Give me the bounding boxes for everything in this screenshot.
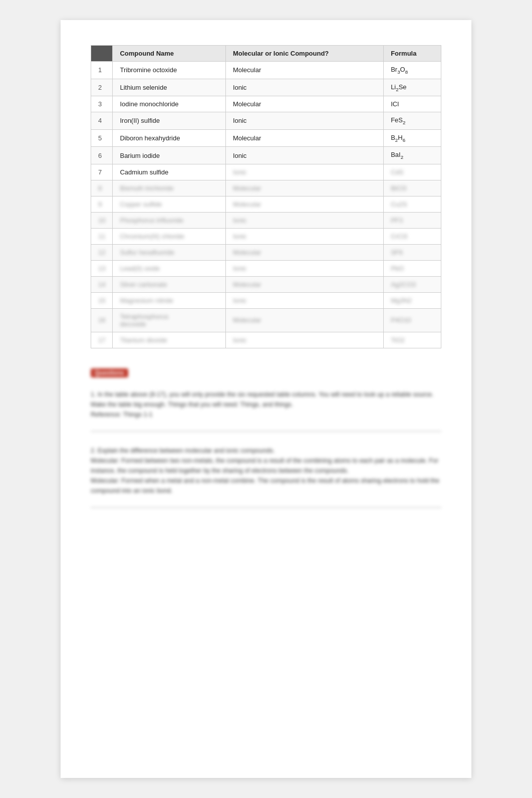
- compound-name: Copper sulfide: [113, 196, 225, 212]
- compound-formula: SF6: [384, 244, 441, 260]
- compound-name: Iron(II) sulfide: [113, 112, 225, 130]
- compound-type: Ionic: [225, 212, 383, 228]
- table-row: 15 Magnesium nitride Ionic Mg3N2: [91, 292, 441, 308]
- question-2-text: 2. Explain the difference between molecu…: [91, 446, 441, 496]
- compound-name: Silver carbonate: [113, 276, 225, 292]
- compound-formula: FeS2: [384, 112, 441, 130]
- table-row: 2 Lithium selenide Ionic Li2Se: [91, 79, 441, 96]
- row-number: 4: [91, 112, 113, 130]
- questions-section: Questions 1. In the table above (8-17), …: [91, 368, 441, 508]
- compound-formula: CdS: [384, 164, 441, 180]
- table-row: 6 Barium iodide Ionic BaI2: [91, 147, 441, 164]
- header-formula: Formula: [384, 46, 441, 62]
- compound-type: Ionic: [225, 164, 383, 180]
- compound-name: Diboron hexahydride: [113, 129, 225, 147]
- header-compound-name: Compound Name: [113, 46, 225, 62]
- table-row: 14 Silver carbonate Molecular Ag2CO3: [91, 276, 441, 292]
- compound-formula: CrCl3: [384, 228, 441, 244]
- compound-type: Molecular: [225, 62, 383, 79]
- compound-formula: BaI2: [384, 147, 441, 164]
- row-number: 9: [91, 196, 113, 212]
- row-number: 8: [91, 180, 113, 196]
- table-row: 11 Chromium(III) chloride Ionic CrCl3: [91, 228, 441, 244]
- compound-name: Cadmium sulfide: [113, 164, 225, 180]
- compound-type: Ionic: [225, 112, 383, 130]
- compound-type: Molecular: [225, 196, 383, 212]
- compound-formula: TiO2: [384, 332, 441, 348]
- question-1: 1. In the table above (8-17), you will o…: [91, 389, 441, 432]
- table-row: 13 Lead(II) oxide Ionic PbO: [91, 260, 441, 276]
- table-row: 17 Titanium dioxide Ionic TiO2: [91, 332, 441, 348]
- compound-formula: P4O10: [384, 308, 441, 332]
- table-row: 5 Diboron hexahydride Molecular B2H6: [91, 129, 441, 147]
- compound-name: Phosphorus trifluoride: [113, 212, 225, 228]
- row-number: 13: [91, 260, 113, 276]
- compound-type: Molecular: [225, 308, 383, 332]
- compound-type: Molecular: [225, 180, 383, 196]
- compound-formula: PF3: [384, 212, 441, 228]
- row-number: 10: [91, 212, 113, 228]
- compound-name: Iodine monochloride: [113, 96, 225, 112]
- row-number: 12: [91, 244, 113, 260]
- compound-name: Lead(II) oxide: [113, 260, 225, 276]
- answer-line-2: [91, 499, 441, 508]
- row-number: 3: [91, 96, 113, 112]
- compound-type: Molecular: [225, 244, 383, 260]
- compound-name: Chromium(III) chloride: [113, 228, 225, 244]
- table-row: 8 Bismuth trichloride Molecular BiCl3: [91, 180, 441, 196]
- compound-type: Ionic: [225, 147, 383, 164]
- row-number: 5: [91, 129, 113, 147]
- row-number: 1: [91, 62, 113, 79]
- compound-formula: Cu2S: [384, 196, 441, 212]
- compound-formula: PbO: [384, 260, 441, 276]
- compound-type: Ionic: [225, 79, 383, 96]
- compound-formula: Br3O8: [384, 62, 441, 79]
- row-number: 2: [91, 79, 113, 96]
- table-row: 16 Tetraphosphorusdecoxide Molecular P4O…: [91, 308, 441, 332]
- row-number: 14: [91, 276, 113, 292]
- compound-name: Tribromine octoxide: [113, 62, 225, 79]
- table-row: 4 Iron(II) sulfide Ionic FeS2: [91, 112, 441, 130]
- compound-formula: Mg3N2: [384, 292, 441, 308]
- compound-name: Tetraphosphorusdecoxide: [113, 308, 225, 332]
- compound-formula: B2H6: [384, 129, 441, 147]
- compound-formula: Li2Se: [384, 79, 441, 96]
- compound-name: Bismuth trichloride: [113, 180, 225, 196]
- row-number: 7: [91, 164, 113, 180]
- compound-type: Ionic: [225, 332, 383, 348]
- table-row: 12 Sulfur hexafluoride Molecular SF6: [91, 244, 441, 260]
- question-2: 2. Explain the difference between molecu…: [91, 446, 441, 508]
- header-compound-type: Molecular or Ionic Compound?: [225, 46, 383, 62]
- page: Compound Name Molecular or Ionic Compoun…: [61, 20, 471, 778]
- compound-type: Ionic: [225, 260, 383, 276]
- compound-name: Barium iodide: [113, 147, 225, 164]
- table-row: 9 Copper sulfide Molecular Cu2S: [91, 196, 441, 212]
- question-1-text: 1. In the table above (8-17), you will o…: [91, 389, 441, 420]
- compound-name: Lithium selenide: [113, 79, 225, 96]
- compound-type: Molecular: [225, 129, 383, 147]
- table-row: 7 Cadmium sulfide Ionic CdS: [91, 164, 441, 180]
- compound-name: Sulfur hexafluoride: [113, 244, 225, 260]
- compound-formula: BiCl3: [384, 180, 441, 196]
- row-number: 11: [91, 228, 113, 244]
- questions-label: Questions: [91, 368, 128, 377]
- compound-table: Compound Name Molecular or Ionic Compoun…: [91, 45, 441, 348]
- row-number: 6: [91, 147, 113, 164]
- table-row: 10 Phosphorus trifluoride Ionic PF3: [91, 212, 441, 228]
- compound-type: Molecular: [225, 96, 383, 112]
- compound-formula: Ag2CO3: [384, 276, 441, 292]
- row-number: 16: [91, 308, 113, 332]
- compound-name: Magnesium nitride: [113, 292, 225, 308]
- compound-name: Titanium dioxide: [113, 332, 225, 348]
- row-number: 17: [91, 332, 113, 348]
- row-number: 15: [91, 292, 113, 308]
- compound-type: Ionic: [225, 292, 383, 308]
- compound-formula: ICl: [384, 96, 441, 112]
- compound-type: Molecular: [225, 276, 383, 292]
- header-icon-cell: [91, 46, 113, 62]
- compound-type: Ionic: [225, 228, 383, 244]
- table-row: 3 Iodine monochloride Molecular ICl: [91, 96, 441, 112]
- table-row: 1 Tribromine octoxide Molecular Br3O8: [91, 62, 441, 79]
- answer-line-1: [91, 423, 441, 432]
